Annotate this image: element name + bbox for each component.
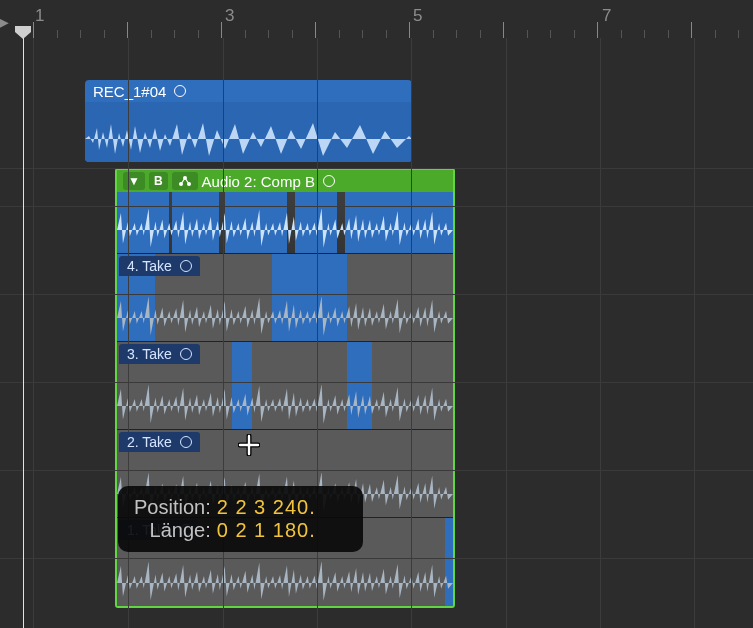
ruler-tick [550, 30, 551, 38]
ruler-number: 5 [413, 6, 422, 26]
grid-line [506, 38, 507, 628]
waveform [117, 297, 453, 339]
ruler-number: 1 [35, 6, 44, 26]
grid-line [600, 38, 601, 628]
take-label: 2. Take [127, 434, 172, 450]
ruler-tick [198, 30, 199, 38]
ruler-tick [292, 30, 293, 38]
ruler-tick [433, 30, 434, 38]
ruler-tick [527, 30, 528, 38]
loop-off-icon [174, 85, 186, 97]
take-lane[interactable]: 3. Take [117, 342, 453, 430]
take-header[interactable]: 2. Take [119, 432, 200, 452]
grid-line [0, 294, 753, 295]
timeline-ruler[interactable]: ▶ 1357 [0, 0, 753, 38]
tracks-area[interactable]: REC_1#04 ▼ B Audio 2: Comp B 4. Take3. T… [0, 38, 753, 628]
tooltip-position-label: Position: [134, 496, 211, 519]
grid-line [0, 382, 753, 383]
ruler-tick [127, 22, 128, 38]
grid-line [694, 38, 695, 628]
audio-region-header[interactable]: REC_1#04 [85, 80, 412, 102]
ruler-tick [151, 30, 152, 38]
take-folder-header[interactable]: ▼ B Audio 2: Comp B [117, 170, 453, 192]
ruler-tick [480, 30, 481, 38]
audio-region-rec1[interactable]: REC_1#04 [85, 80, 412, 162]
ruler-tick [738, 30, 739, 38]
ruler-tick [268, 30, 269, 38]
take-header[interactable]: 4. Take [119, 256, 200, 276]
ruler-tick [362, 30, 363, 38]
ruler-tick [57, 30, 58, 38]
tooltip-length-value: 0 2 1 180. [217, 519, 347, 542]
ruler-tick [597, 22, 598, 38]
ruler-tick [668, 30, 669, 38]
ruler-tick [621, 30, 622, 38]
take-folder-title: Audio 2: Comp B [202, 173, 315, 190]
audio-region-label: REC_1#04 [93, 83, 166, 100]
waveform [117, 385, 453, 427]
take-label: 3. Take [127, 346, 172, 362]
ruler-number: 3 [225, 6, 234, 26]
ruler-tick [33, 22, 34, 38]
tooltip-length-label: Länge: [150, 519, 211, 542]
audio-region-body[interactable] [85, 102, 412, 162]
comp-main-lane[interactable] [117, 192, 453, 254]
ruler-tick [386, 30, 387, 38]
waveform [85, 118, 412, 160]
comp-b-button[interactable]: B [149, 172, 168, 190]
loop-off-icon [323, 175, 335, 187]
ruler-number: 7 [602, 6, 611, 26]
ruler-tick [245, 30, 246, 38]
grid-line [411, 38, 412, 628]
disclosure-button[interactable]: ▼ [123, 172, 145, 190]
take-header[interactable]: 3. Take [119, 344, 200, 364]
waveform [117, 209, 453, 251]
ruler-tick [409, 22, 410, 38]
ruler-tick [104, 30, 105, 38]
loop-off-icon [180, 436, 192, 448]
ruler-tick [315, 22, 316, 38]
ruler-tick [691, 22, 692, 38]
ruler-tick [221, 22, 222, 38]
loop-off-icon [180, 260, 192, 272]
ruler-tick [456, 30, 457, 38]
waveform [117, 562, 453, 604]
grid-line [33, 38, 34, 628]
ruler-scroll-left-icon: ▶ [0, 14, 9, 30]
quick-swipe-icon[interactable] [172, 172, 198, 190]
grid-line [0, 206, 753, 207]
tooltip-position-value: 2 2 3 240. [217, 496, 347, 519]
grid-line [0, 168, 753, 169]
playhead-line[interactable] [23, 38, 24, 628]
ruler-tick [644, 30, 645, 38]
grid-line [0, 470, 753, 471]
take-lane[interactable]: 4. Take [117, 254, 453, 342]
ruler-tick [80, 30, 81, 38]
ruler-tick [339, 30, 340, 38]
take-label: 4. Take [127, 258, 172, 274]
ruler-tick [174, 30, 175, 38]
loop-off-icon [180, 348, 192, 360]
ruler-tick [503, 22, 504, 38]
grid-line [0, 558, 753, 559]
ruler-tick [574, 30, 575, 38]
position-tooltip: Position: 2 2 3 240. Länge: 0 2 1 180. [118, 486, 363, 552]
ruler-tick [715, 30, 716, 38]
